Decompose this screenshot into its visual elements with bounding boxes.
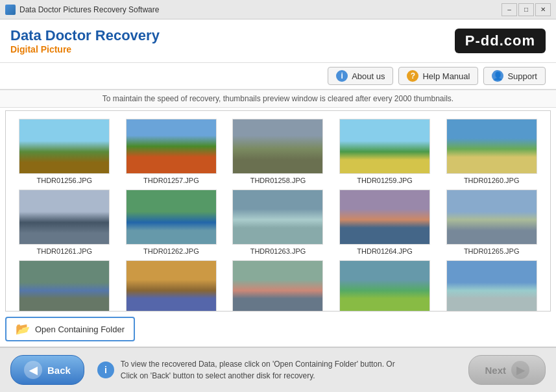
list-item[interactable]: THDR01256.JPG — [14, 119, 115, 184]
list-item[interactable]: THDR01268.JPG — [227, 260, 329, 312]
thumbnail-image — [19, 260, 110, 312]
about-button[interactable]: i About us — [328, 67, 393, 85]
list-item[interactable]: THDR01258.JPG — [227, 119, 329, 184]
toolbar: i About us ? Help Manual 👤 Support — [0, 63, 556, 90]
thumbnail-image — [232, 190, 323, 245]
list-item[interactable]: THDR01260.JPG — [441, 119, 542, 184]
thumbnail-label: THDR01263.JPG — [250, 247, 306, 255]
next-button[interactable]: Next ▶ — [468, 355, 546, 385]
info-line1: To view the recovered Data, please click… — [121, 358, 395, 370]
list-item[interactable]: THDR01270.JPG — [441, 260, 542, 312]
folder-icon: 📂 — [16, 322, 30, 336]
list-item[interactable]: THDR01262.JPG — [121, 190, 223, 255]
support-icon: 👤 — [492, 70, 503, 82]
thumbnail-image — [446, 190, 537, 245]
next-label: Next — [485, 365, 506, 376]
open-folder-button[interactable]: 📂 Open Containing Folder — [5, 317, 135, 341]
back-arrow-icon: ◀ — [24, 361, 42, 379]
thumbnail-image — [232, 119, 323, 174]
thumbnail-image — [19, 190, 110, 245]
about-label: About us — [352, 71, 385, 81]
thumbnail-grid: THDR01256.JPGTHDR01257.JPGTHDR01258.JPGT… — [11, 116, 545, 312]
info-icon: i — [97, 361, 114, 378]
thumbnail-label: THDR01265.JPG — [464, 247, 520, 255]
close-button[interactable]: ✕ — [535, 3, 551, 16]
thumbnail-label: THDR01258.JPG — [250, 177, 306, 184]
brand: Data Doctor Recovery Digital Picture — [10, 27, 160, 55]
help-label: Help Manual — [422, 71, 470, 81]
thumbnail-image — [339, 119, 430, 174]
thumbnail-image — [232, 260, 323, 312]
next-arrow-icon: ▶ — [511, 361, 529, 379]
list-item[interactable]: THDR01266.JPG — [14, 260, 115, 312]
thumbnail-label: THDR01261.JPG — [37, 247, 93, 255]
brand-title: Data Doctor Recovery — [10, 27, 160, 44]
minimize-button[interactable]: – — [502, 3, 517, 16]
bottom-info-text: To view the recovered Data, please click… — [121, 358, 395, 382]
list-item[interactable]: THDR01257.JPG — [121, 119, 223, 184]
logo-box: P-dd.com — [455, 29, 546, 53]
maximize-button[interactable]: □ — [518, 3, 534, 16]
thumbnail-image — [19, 119, 110, 174]
info-message: To maintain the speed of recovery, thumb… — [103, 94, 453, 103]
app-icon — [5, 5, 16, 15]
thumbnail-image — [126, 190, 217, 245]
info-line2: Click on 'Back' button to select another… — [121, 370, 395, 382]
thumbnail-image — [339, 190, 430, 245]
main-content: THDR01256.JPGTHDR01257.JPGTHDR01258.JPGT… — [0, 108, 556, 347]
window-controls: – □ ✕ — [502, 3, 551, 16]
brand-subtitle: Digital Picture — [10, 44, 160, 55]
folder-area: 📂 Open Containing Folder — [0, 314, 556, 347]
help-button[interactable]: ? Help Manual — [398, 67, 478, 85]
help-icon: ? — [407, 70, 418, 82]
list-item[interactable]: THDR01264.JPG — [334, 190, 436, 255]
thumbnail-image — [126, 119, 217, 174]
thumbnail-image — [446, 260, 537, 312]
list-item[interactable]: THDR01259.JPG — [334, 119, 436, 184]
list-item[interactable]: THDR01263.JPG — [227, 190, 329, 255]
thumbnail-label: THDR01256.JPG — [37, 177, 93, 184]
back-button[interactable]: ◀ Back — [10, 355, 84, 385]
thumbnail-label: THDR01257.JPG — [143, 177, 199, 184]
info-bar: To maintain the speed of recovery, thumb… — [0, 90, 556, 108]
list-item[interactable]: THDR01269.JPG — [334, 260, 436, 312]
thumbnail-label: THDR01262.JPG — [143, 247, 199, 255]
thumbnail-image — [126, 260, 217, 312]
list-item[interactable]: THDR01267.JPG — [121, 260, 223, 312]
support-button[interactable]: 👤 Support — [483, 67, 546, 85]
list-item[interactable]: THDR01265.JPG — [441, 190, 542, 255]
list-item[interactable]: THDR01261.JPG — [14, 190, 115, 255]
thumbnail-label: THDR01260.JPG — [464, 177, 520, 184]
thumbnail-image — [446, 119, 537, 174]
thumbnail-image — [339, 260, 430, 312]
folder-button-label: Open Containing Folder — [35, 325, 125, 334]
title-bar: Data Doctor Pictures Recovery Software –… — [0, 0, 556, 19]
bottom-info: i To view the recovered Data, please cli… — [97, 358, 456, 382]
back-label: Back — [47, 365, 71, 376]
thumbnail-label: THDR01259.JPG — [357, 177, 413, 184]
thumbnail-label: THDR01264.JPG — [357, 247, 413, 255]
header: Data Doctor Recovery Digital Picture P-d… — [0, 19, 556, 63]
window-title: Data Doctor Pictures Recovery Software — [19, 5, 502, 14]
thumbnail-area[interactable]: THDR01256.JPGTHDR01257.JPGTHDR01258.JPGT… — [5, 110, 551, 312]
support-label: Support — [507, 71, 537, 81]
about-icon: i — [336, 70, 348, 82]
bottom-bar: ◀ Back i To view the recovered Data, ple… — [0, 347, 556, 392]
